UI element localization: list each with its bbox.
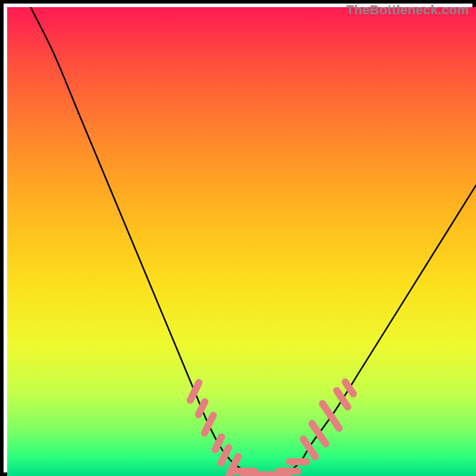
curve-marker [275, 468, 302, 475]
plot-area [7, 7, 476, 476]
watermark-text: TheBottleneck.com [346, 2, 469, 18]
bottleneck-curve [7, 7, 476, 476]
curve-marker [286, 458, 310, 465]
chart-frame [0, 0, 476, 476]
